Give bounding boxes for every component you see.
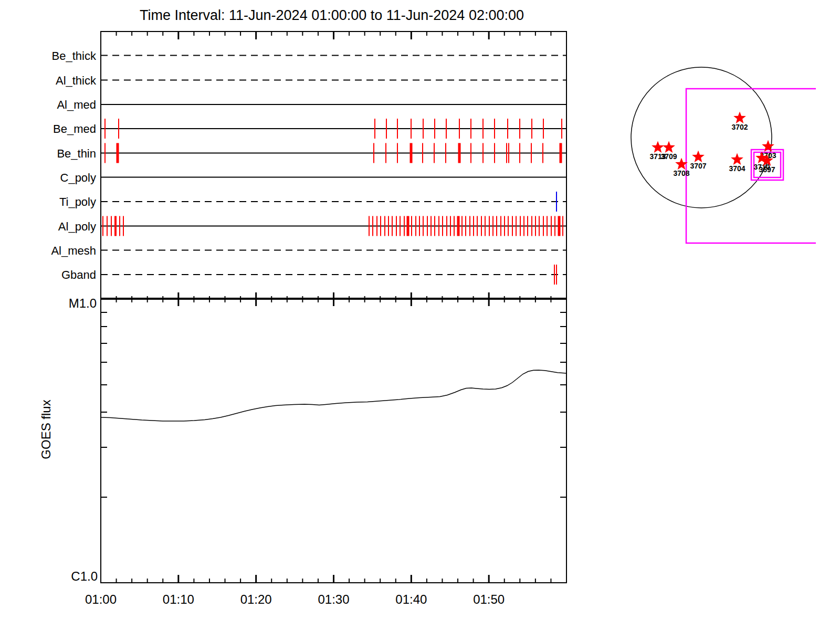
exposure-tick-Al_poly	[123, 216, 124, 236]
exposure-tick-Al_poly	[539, 216, 540, 236]
exposure-tick-Be_med	[561, 119, 562, 139]
exposure-tick-Al_poly	[520, 216, 521, 236]
filter-panel-border	[101, 32, 566, 298]
exposure-tick-Be_med	[482, 119, 484, 139]
exposure-tick-Al_poly	[446, 216, 447, 236]
exposure-tick-Be_med	[397, 119, 398, 139]
exposure-tick-Al_poly	[111, 216, 112, 236]
exposure-tick-Al_poly	[384, 216, 385, 236]
filter-label-Gband: Gband	[61, 268, 96, 281]
xrt-goes-timeline-screen: Time Interval: 11-Jun-2024 01:00:00 to 1…	[0, 0, 840, 630]
exposure-tick-Al_poly	[388, 216, 389, 236]
exposure-tick-Al_poly	[473, 216, 474, 236]
exposure-tick-Al_poly	[461, 216, 463, 236]
filter-label-Be_med: Be_med	[53, 122, 96, 135]
goes-y-axis-title: GOES flux	[39, 400, 53, 459]
filter-label-C_poly: C_poly	[60, 171, 96, 184]
exposure-tick-Al_poly	[543, 216, 544, 236]
exposure-tick-Al_poly	[551, 216, 552, 236]
exposure-tick-Al_poly	[500, 216, 501, 236]
filter-label-Al_thick: Al_thick	[56, 74, 97, 87]
exposure-tick-Al_poly	[407, 216, 410, 236]
active-region-star-3709	[663, 141, 675, 153]
exposure-tick-Al_poly	[477, 216, 478, 236]
exposure-tick-Al_poly	[531, 216, 532, 236]
exposure-tick-Al_poly	[492, 216, 494, 236]
exposure-tick-Gband	[554, 265, 555, 285]
exposure-tick-Be_med	[519, 119, 520, 139]
exposure-tick-Be_med	[494, 119, 495, 139]
exposure-tick-Be_med	[423, 119, 424, 139]
exposure-tick-Al_poly	[512, 216, 513, 236]
exposure-tick-Be_thin	[410, 143, 413, 163]
exposure-tick-Be_thin	[519, 143, 520, 163]
exposure-tick-Al_poly	[404, 216, 405, 236]
exposure-tick-Be_med	[543, 119, 544, 139]
exposure-tick-Ti_poly	[556, 192, 557, 212]
exposure-tick-Be_med	[386, 119, 387, 139]
time-axis-label: 01:00	[85, 592, 117, 606]
exposure-tick-Al_poly	[454, 216, 455, 236]
exposure-tick-Al_poly	[450, 216, 451, 236]
exposure-tick-Be_med	[104, 119, 106, 139]
exposure-tick-Al_poly	[481, 216, 482, 236]
goes-flux-curve	[101, 370, 566, 421]
exposure-tick-Be_thin	[117, 143, 119, 163]
active-region-label-3702: 3702	[731, 123, 748, 131]
exposure-tick-Al_poly	[489, 216, 490, 236]
time-axis-label: 01:40	[395, 592, 427, 606]
exposure-tick-Be_med	[118, 119, 119, 139]
filter-label-Al_poly: Al_poly	[58, 220, 96, 233]
exposure-tick-Be_thin	[458, 143, 461, 163]
active-region-label-3697: 3697	[759, 165, 775, 174]
filter-label-Be_thin: Be_thin	[57, 147, 96, 160]
time-axis-label: 01:30	[318, 592, 349, 606]
exposure-tick-Al_poly	[415, 216, 416, 236]
exposure-tick-Al_poly	[114, 216, 117, 236]
exposure-tick-Al_poly	[496, 216, 497, 236]
exposure-tick-Al_poly	[411, 216, 412, 236]
exposure-tick-Al_poly	[442, 216, 443, 236]
active-region-label-3709: 3709	[660, 152, 677, 161]
exposure-tick-Al_poly	[508, 216, 509, 236]
exposure-tick-Be_thin	[560, 143, 562, 163]
goes-panel-border	[101, 299, 566, 583]
exposure-tick-Al_poly	[516, 216, 517, 236]
active-region-star-3704	[731, 153, 743, 165]
exposure-tick-Be_thin	[531, 143, 532, 163]
time-axis-label: 01:50	[473, 592, 505, 606]
exposure-tick-Be_med	[446, 119, 447, 139]
exposure-tick-Be_med	[507, 119, 508, 139]
exposure-tick-Be_thin	[482, 143, 484, 163]
filter-label-Ti_poly: Ti_poly	[59, 195, 96, 208]
active-region-label-3707: 3707	[690, 162, 706, 170]
exposure-tick-Be_thin	[397, 143, 398, 163]
exposure-tick-Be_thin	[508, 143, 509, 163]
exposure-tick-Al_poly	[427, 216, 428, 236]
goes-ytick-label-top: M1.0	[69, 296, 97, 310]
exposure-tick-Al_poly	[380, 216, 381, 236]
exposure-tick-Al_poly	[558, 216, 561, 236]
exposure-tick-Be_thin	[434, 143, 435, 163]
exposure-tick-Al_poly	[392, 216, 393, 236]
exposure-tick-Al_poly	[376, 216, 377, 236]
time-axis-label: 01:20	[240, 592, 272, 606]
exposure-tick-Al_poly	[504, 216, 505, 236]
exposure-tick-Al_poly	[438, 216, 439, 236]
timeline-plot-canvas: Be_thickAl_thickAl_medBe_medBe_thinC_pol…	[0, 0, 840, 630]
active-region-star-3702	[733, 112, 746, 124]
exposure-tick-Al_poly	[562, 216, 563, 236]
exposure-tick-Al_poly	[396, 216, 397, 236]
exposure-tick-Be_thin	[422, 143, 423, 163]
exposure-tick-Al_poly	[400, 216, 401, 236]
exposure-tick-Al_poly	[372, 216, 373, 236]
filter-label-Be_thick: Be_thick	[52, 49, 97, 62]
exposure-tick-Be_thin	[385, 143, 386, 163]
exposure-tick-Be_thin	[104, 143, 106, 163]
exposure-tick-Al_poly	[102, 216, 103, 236]
active-region-star-3713	[652, 141, 664, 153]
exposure-tick-Be_med	[470, 119, 471, 139]
exposure-tick-Al_poly	[434, 216, 435, 236]
active-region-star-3707	[692, 151, 705, 163]
exposure-tick-Gband	[556, 265, 557, 285]
